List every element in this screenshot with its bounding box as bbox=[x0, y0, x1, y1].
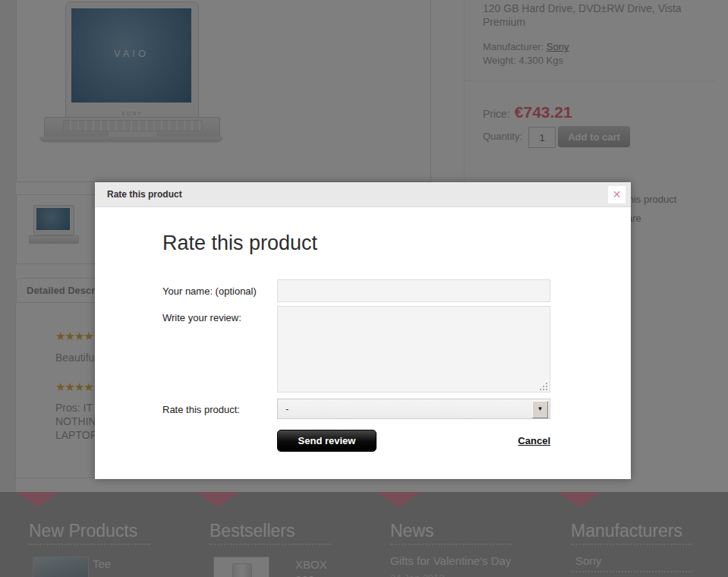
modal-titlebar: Rate this product bbox=[95, 182, 631, 207]
rating-label: Rate this product: bbox=[162, 404, 240, 415]
close-icon[interactable]: ✕ bbox=[608, 186, 626, 203]
rate-product-modal: Rate this product ✕ Rate this product Yo… bbox=[95, 182, 631, 479]
rating-select[interactable]: - ▼ bbox=[277, 399, 550, 419]
rating-select-value: - bbox=[278, 399, 550, 418]
review-textarea[interactable] bbox=[277, 306, 550, 393]
name-label: Your name: (optional) bbox=[162, 285, 257, 297]
review-label: Write your review: bbox=[162, 312, 241, 323]
name-input[interactable] bbox=[277, 279, 550, 302]
product-page: VAIO SONY 120 GB Hard Drive, DVD±RW Driv… bbox=[0, 0, 728, 577]
cancel-link[interactable]: Cancel bbox=[518, 435, 550, 446]
modal-heading: Rate this product bbox=[162, 232, 317, 255]
resize-grip-icon[interactable] bbox=[540, 383, 547, 389]
chevron-down-icon[interactable]: ▼ bbox=[532, 401, 548, 418]
modal-title: Rate this product bbox=[95, 182, 631, 207]
send-review-button[interactable]: Send review bbox=[277, 430, 377, 452]
